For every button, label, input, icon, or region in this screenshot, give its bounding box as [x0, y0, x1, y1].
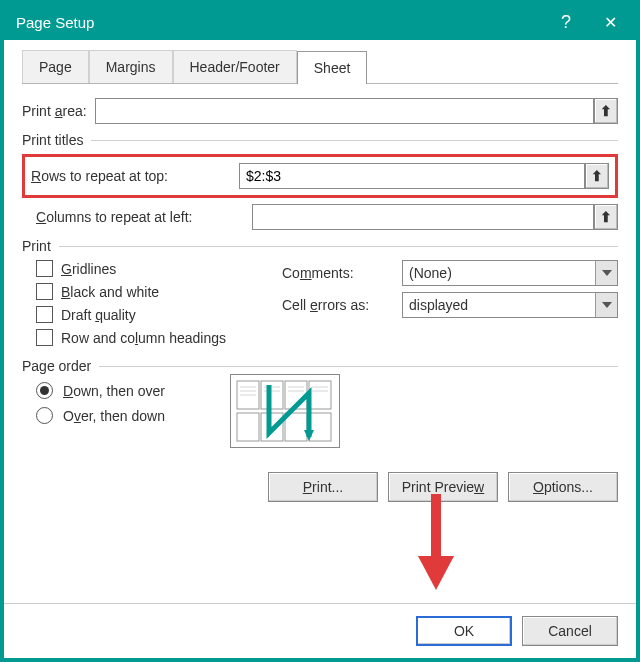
draft-quality-label: Draft quality	[61, 307, 136, 323]
annotation-arrow-icon	[418, 494, 454, 594]
print-area-ref-button[interactable]: ⬆	[594, 98, 618, 124]
options-button[interactable]: Options...	[508, 472, 618, 502]
close-button[interactable]: ✕	[588, 4, 632, 40]
svg-rect-17	[431, 494, 441, 556]
page-setup-dialog: Page Setup ? ✕ Page Margins Header/Foote…	[0, 0, 640, 662]
comments-select[interactable]: (None)	[402, 260, 618, 286]
over-then-down-label: Over, then down	[63, 408, 165, 424]
comments-label: Comments:	[282, 265, 402, 281]
highlight-rows-repeat: Rows to repeat at top: ⬆	[22, 154, 618, 198]
print-legend: Print	[22, 238, 51, 254]
page-order-illustration	[230, 374, 340, 448]
close-icon: ✕	[604, 13, 617, 32]
tab-page[interactable]: Page	[22, 50, 89, 83]
svg-rect-3	[309, 381, 331, 409]
cancel-button[interactable]: Cancel	[522, 616, 618, 646]
black-white-label: Black and white	[61, 284, 159, 300]
cols-repeat-row: Columns to repeat at left: ⬆	[36, 204, 618, 230]
rows-repeat-ref-button[interactable]: ⬆	[585, 163, 609, 189]
tab-sheet[interactable]: Sheet	[297, 51, 368, 84]
page-order-legend: Page order	[22, 358, 91, 374]
chevron-down-icon	[595, 261, 617, 285]
cell-errors-label: Cell errors as:	[282, 297, 402, 313]
rows-repeat-input[interactable]	[239, 163, 585, 189]
print-area-label: Print area:	[22, 103, 87, 119]
draft-quality-checkbox[interactable]	[36, 306, 53, 323]
rows-repeat-label: Rows to repeat at top:	[31, 168, 231, 184]
collapse-dialog-icon: ⬆	[591, 168, 603, 184]
collapse-dialog-icon: ⬆	[600, 103, 612, 119]
svg-rect-7	[309, 413, 331, 441]
print-button[interactable]: Print...	[268, 472, 378, 502]
dialog-title: Page Setup	[16, 14, 544, 31]
down-then-over-radio[interactable]	[36, 382, 53, 399]
cols-repeat-label: Columns to repeat at left:	[36, 209, 244, 225]
row-col-headings-checkbox[interactable]	[36, 329, 53, 346]
print-titles-legend: Print titles	[22, 132, 83, 148]
cols-repeat-input[interactable]	[252, 204, 594, 230]
chevron-down-icon	[595, 293, 617, 317]
down-then-over-label: Down, then over	[63, 383, 165, 399]
help-button[interactable]: ?	[544, 4, 588, 40]
print-area-input[interactable]	[95, 98, 594, 124]
print-area-row: Print area: ⬆	[22, 98, 618, 124]
divider	[59, 246, 618, 247]
gridlines-checkbox[interactable]	[36, 260, 53, 277]
dialog-body: Page Margins Header/Footer Sheet Print a…	[4, 40, 636, 603]
help-icon: ?	[561, 12, 571, 33]
gridlines-label: Gridlines	[61, 261, 116, 277]
print-preview-button[interactable]: Print Preview	[388, 472, 498, 502]
tab-strip: Page Margins Header/Footer Sheet	[22, 50, 618, 84]
black-white-checkbox[interactable]	[36, 283, 53, 300]
over-then-down-radio[interactable]	[36, 407, 53, 424]
cols-repeat-ref-button[interactable]: ⬆	[594, 204, 618, 230]
svg-rect-4	[237, 413, 259, 441]
dialog-footer: OK Cancel	[4, 603, 636, 658]
divider	[99, 366, 618, 367]
tab-header-footer[interactable]: Header/Footer	[173, 50, 297, 83]
cell-errors-select[interactable]: displayed	[402, 292, 618, 318]
row-col-headings-label: Row and column headings	[61, 330, 226, 346]
svg-rect-1	[261, 381, 283, 409]
collapse-dialog-icon: ⬆	[600, 209, 612, 225]
titlebar: Page Setup ? ✕	[4, 4, 636, 40]
ok-button[interactable]: OK	[416, 616, 512, 646]
divider	[91, 140, 618, 141]
tab-margins[interactable]: Margins	[89, 50, 173, 83]
